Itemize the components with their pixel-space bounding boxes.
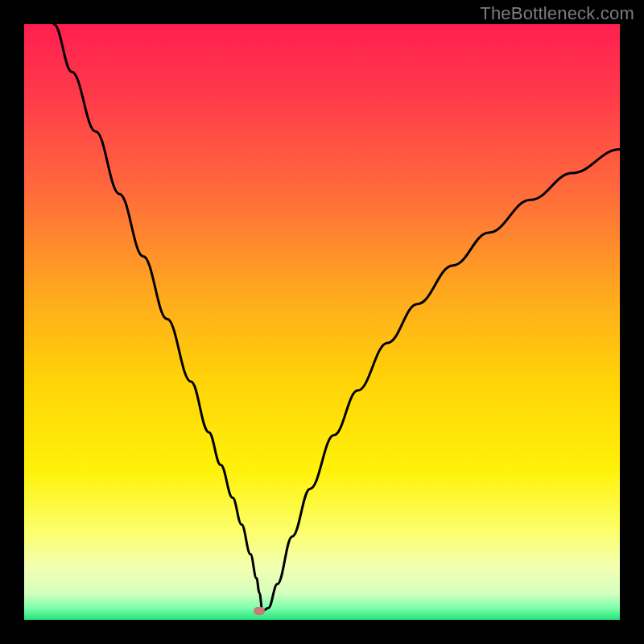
curve-path — [54, 24, 620, 611]
chart-frame: TheBottleneck.com — [0, 0, 644, 644]
plot-area — [24, 24, 620, 620]
optimum-marker — [254, 607, 265, 615]
bottleneck-curve — [24, 24, 620, 620]
watermark-text: TheBottleneck.com — [480, 3, 634, 24]
